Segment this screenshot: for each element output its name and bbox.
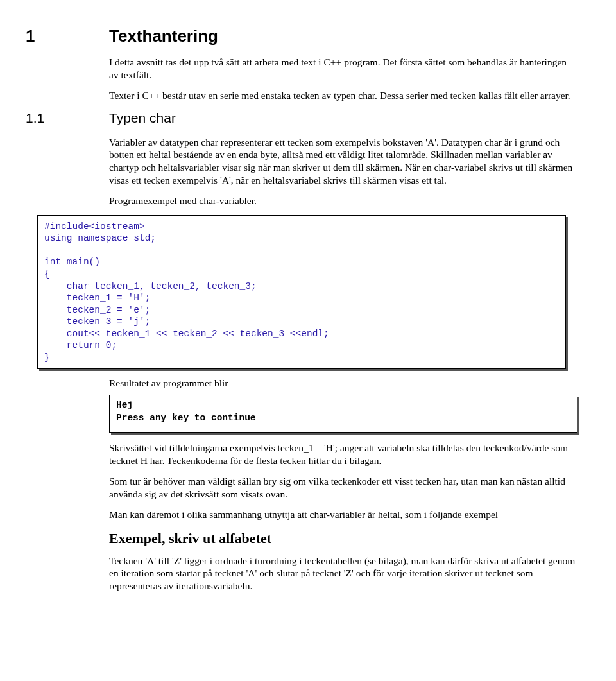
code-block: #include<iostream> using namespace std; … [37,215,566,370]
paragraph: Texter i C++ består utav en serie med en… [109,89,578,102]
paragraph: Tecknen 'A' till 'Z' ligger i ordnade i … [109,555,578,592]
paragraph: Skrivsättet vid tilldelningarna exempelv… [109,442,578,467]
heading-2-number: 1.1 [26,110,109,127]
heading-3: Exempel, skriv ut alfabetet [109,530,578,547]
output-block: Hej Press any key to continue [109,395,578,433]
paragraph: Som tur är behöver man väldigt sällan br… [109,475,578,501]
paragraph: I detta avsnitt tas det upp två sätt att… [109,56,578,82]
paragraph: Variabler av datatypen char representera… [109,136,578,187]
paragraph: Man kan däremot i olika sammanhang utnyt… [109,508,578,521]
heading-2-title: Typen char [109,110,176,127]
heading-2: 1.1 Typen char [26,110,578,127]
heading-1-title: Texthantering [109,26,218,47]
paragraph: Programexempel med char-variabler. [109,194,578,207]
heading-1-number: 1 [26,26,109,47]
heading-1: 1 Texthantering [26,26,578,47]
paragraph: Resultatet av programmet blir [109,377,578,390]
